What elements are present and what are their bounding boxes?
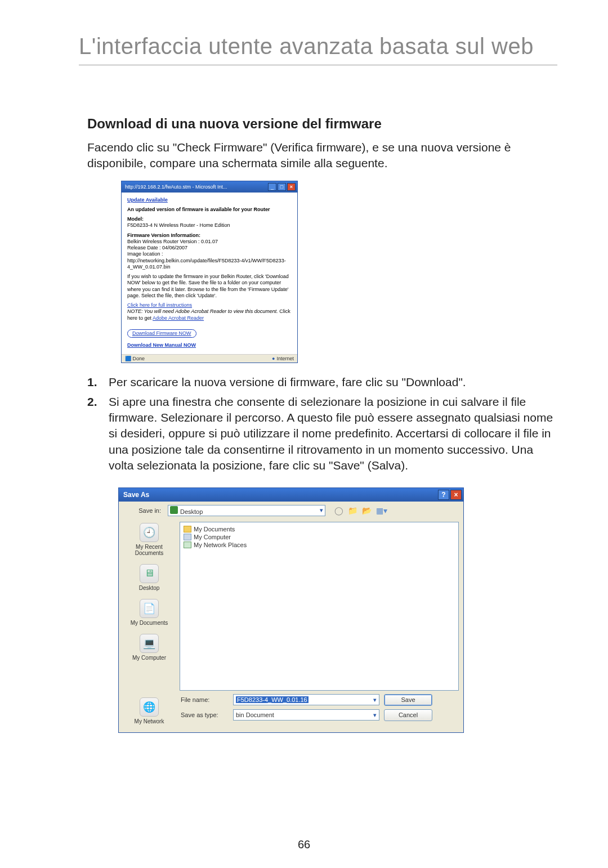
file-list-area[interactable]: My Documents My Computer My Network Plac… bbox=[180, 522, 459, 691]
page-title: L'interfaccia utente avanzata basata sul… bbox=[79, 34, 557, 59]
list-item[interactable]: My Documents bbox=[184, 526, 455, 533]
title-rule bbox=[79, 65, 557, 65]
chevron-down-icon[interactable]: ▾ bbox=[373, 696, 377, 704]
place-label: My Recent Documents bbox=[121, 544, 177, 556]
full-instructions-link[interactable]: Click here for full instructions bbox=[127, 302, 192, 308]
chevron-down-icon[interactable]: ▾ bbox=[373, 712, 377, 719]
saveas-title-text: Save As bbox=[123, 491, 149, 499]
saveas-toolbar: Save in: Desktop ▾ ◯ 📁 📂 ▦▾ bbox=[119, 502, 463, 520]
views-icon[interactable]: ▦▾ bbox=[376, 506, 387, 515]
list-number: 1. bbox=[87, 374, 109, 390]
file-label: My Computer bbox=[194, 534, 231, 540]
list-item[interactable]: My Network Places bbox=[184, 542, 455, 548]
filename-field[interactable]: F5D8233-4_WW_0.01.16 ▾ bbox=[233, 694, 379, 705]
back-icon[interactable]: ◯ bbox=[334, 506, 343, 515]
place-recent[interactable]: 🕘 My Recent Documents bbox=[121, 523, 177, 556]
ie-titlebar: http://192.168.2.1/fwAuto.stm - Microsof… bbox=[122, 181, 297, 193]
place-mynetwork[interactable]: 🌐 My Network bbox=[121, 697, 177, 724]
places-bar: 🕘 My Recent Documents 🖥 Desktop 📄 My Doc… bbox=[119, 520, 180, 691]
list-text: Si apre una finestra che consente di sel… bbox=[109, 394, 557, 474]
close-icon[interactable]: × bbox=[450, 490, 462, 500]
update-text: An updated version of firmware is availa… bbox=[127, 207, 292, 213]
close-icon[interactable]: × bbox=[287, 183, 296, 191]
globe-icon: ● bbox=[272, 356, 275, 361]
model-label: Model: bbox=[127, 216, 144, 222]
computer-icon: 💻 bbox=[140, 634, 159, 653]
list-item[interactable]: My Computer bbox=[184, 534, 455, 540]
up-icon[interactable]: 📁 bbox=[348, 506, 357, 515]
filename-label: File name: bbox=[181, 696, 229, 703]
fw-instructions: If you wish to update the firmware in yo… bbox=[127, 274, 292, 299]
download-manual-link[interactable]: Download New Manual NOW bbox=[127, 342, 196, 348]
place-desktop[interactable]: 🖥 Desktop bbox=[121, 564, 177, 591]
savein-combo[interactable]: Desktop ▾ bbox=[168, 505, 325, 516]
status-done: Done bbox=[133, 356, 145, 361]
done-icon: 🟦 bbox=[125, 356, 131, 361]
instruction-list: 1. Per scaricare la nuova versione di fi… bbox=[87, 374, 557, 473]
fw-info-label: Firmware Version Information: bbox=[127, 232, 200, 238]
savein-label: Save in: bbox=[123, 507, 164, 514]
ie-statusbar: 🟦 Done ●Internet bbox=[122, 354, 297, 363]
place-label: Desktop bbox=[121, 585, 177, 591]
network-icon: 🌐 bbox=[140, 697, 159, 717]
desktop-icon: 🖥 bbox=[140, 564, 159, 583]
documents-icon: 📄 bbox=[140, 599, 159, 618]
page-number: 66 bbox=[0, 838, 608, 851]
intro-paragraph: Facendo clic su "Check Firmware" (Verifi… bbox=[87, 140, 557, 172]
note-text: NOTE: You will need Adobe Acrobat Reader… bbox=[127, 308, 279, 314]
help-icon[interactable]: ? bbox=[438, 490, 449, 500]
place-label: My Computer bbox=[121, 655, 177, 661]
places-bar-bottom: 🌐 My Network bbox=[119, 694, 180, 727]
maximize-icon[interactable]: □ bbox=[278, 183, 286, 191]
savein-value: Desktop bbox=[180, 508, 203, 515]
saveastype-field[interactable]: bin Document ▾ bbox=[233, 709, 379, 721]
model-value: F5D8233-4 N Wireless Router - Home Editi… bbox=[127, 222, 230, 228]
update-available-link[interactable]: Update Available bbox=[127, 197, 168, 203]
place-label: My Documents bbox=[121, 620, 177, 626]
firmware-popup-window: http://192.168.2.1/fwAuto.stm - Microsof… bbox=[121, 181, 298, 364]
saveas-titlebar: Save As ? × bbox=[119, 488, 463, 502]
ie-title-text: http://192.168.2.1/fwAuto.stm - Microsof… bbox=[125, 184, 227, 190]
minimize-icon[interactable]: _ bbox=[268, 183, 276, 191]
fw-release: Release Date : 04/06/2007 bbox=[127, 245, 187, 250]
place-label: My Network bbox=[121, 718, 177, 724]
status-zone: Internet bbox=[276, 356, 294, 361]
save-button[interactable]: Save bbox=[384, 694, 432, 706]
saveastype-value: bin Document bbox=[236, 712, 274, 718]
adobe-reader-link[interactable]: Adobe Acrobat Reader bbox=[153, 315, 204, 321]
fw-version: Belkin Wireless Router Version : 0.01.07 bbox=[127, 239, 218, 244]
folder-icon bbox=[184, 526, 191, 533]
list-text: Per scaricare la nuova versione di firmw… bbox=[109, 374, 557, 390]
recent-icon: 🕘 bbox=[140, 523, 159, 542]
fw-imgloc-label: Image location : bbox=[127, 251, 163, 257]
file-label: My Network Places bbox=[194, 542, 247, 548]
file-label: My Documents bbox=[194, 526, 235, 533]
save-as-dialog: Save As ? × Save in: Desktop ▾ ◯ 📁 📂 ▦▾ bbox=[118, 487, 464, 733]
cancel-button[interactable]: Cancel bbox=[384, 709, 432, 721]
filename-value: F5D8233-4_WW_0.01.16 bbox=[236, 696, 309, 703]
network-icon bbox=[184, 542, 191, 548]
list-item: 2. Si apre una finestra che consente di … bbox=[87, 394, 557, 474]
computer-icon bbox=[184, 534, 191, 540]
list-number: 2. bbox=[87, 394, 109, 474]
saveastype-label: Save as type: bbox=[181, 712, 229, 718]
chevron-down-icon[interactable]: ▾ bbox=[320, 507, 323, 514]
desktop-icon bbox=[170, 506, 178, 514]
download-firmware-button[interactable]: Download Firmware NOW bbox=[127, 329, 196, 338]
new-folder-icon[interactable]: 📂 bbox=[362, 506, 372, 515]
list-item: 1. Per scaricare la nuova versione di fi… bbox=[87, 374, 557, 390]
section-heading: Download di una nuova versione del firmw… bbox=[87, 116, 557, 132]
place-mydocs[interactable]: 📄 My Documents bbox=[121, 599, 177, 626]
fw-imgloc: http://networking.belkin.com/update/file… bbox=[127, 258, 286, 270]
place-mycomputer[interactable]: 💻 My Computer bbox=[121, 634, 177, 661]
